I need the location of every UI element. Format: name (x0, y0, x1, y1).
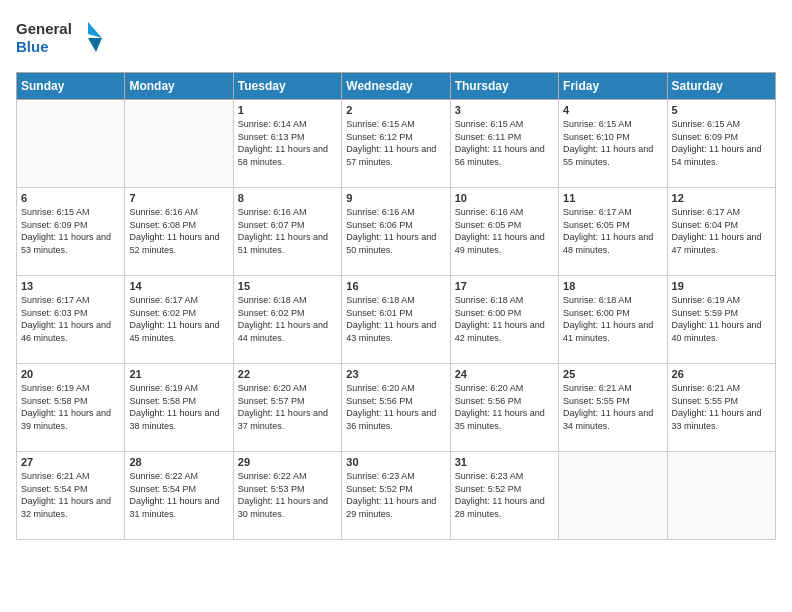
weekday-header-monday: Monday (125, 73, 233, 100)
calendar-cell: 16Sunrise: 6:18 AMSunset: 6:01 PMDayligh… (342, 276, 450, 364)
day-info: Sunrise: 6:20 AMSunset: 5:56 PMDaylight:… (455, 382, 554, 432)
calendar-cell (125, 100, 233, 188)
day-number: 25 (563, 368, 662, 380)
calendar-cell: 14Sunrise: 6:17 AMSunset: 6:02 PMDayligh… (125, 276, 233, 364)
calendar-cell: 30Sunrise: 6:23 AMSunset: 5:52 PMDayligh… (342, 452, 450, 540)
day-number: 6 (21, 192, 120, 204)
calendar-cell (667, 452, 775, 540)
day-info: Sunrise: 6:16 AMSunset: 6:06 PMDaylight:… (346, 206, 445, 256)
calendar-cell: 9Sunrise: 6:16 AMSunset: 6:06 PMDaylight… (342, 188, 450, 276)
day-number: 31 (455, 456, 554, 468)
day-number: 3 (455, 104, 554, 116)
day-info: Sunrise: 6:15 AMSunset: 6:11 PMDaylight:… (455, 118, 554, 168)
calendar-table: SundayMondayTuesdayWednesdayThursdayFrid… (16, 72, 776, 540)
day-info: Sunrise: 6:19 AMSunset: 5:58 PMDaylight:… (21, 382, 120, 432)
day-info: Sunrise: 6:19 AMSunset: 5:59 PMDaylight:… (672, 294, 771, 344)
svg-marker-3 (88, 38, 102, 52)
svg-marker-2 (88, 22, 102, 38)
day-info: Sunrise: 6:18 AMSunset: 6:00 PMDaylight:… (563, 294, 662, 344)
day-number: 5 (672, 104, 771, 116)
day-number: 20 (21, 368, 120, 380)
calendar-cell: 26Sunrise: 6:21 AMSunset: 5:55 PMDayligh… (667, 364, 775, 452)
day-number: 12 (672, 192, 771, 204)
calendar-week-2: 6Sunrise: 6:15 AMSunset: 6:09 PMDaylight… (17, 188, 776, 276)
calendar-cell: 25Sunrise: 6:21 AMSunset: 5:55 PMDayligh… (559, 364, 667, 452)
calendar-cell: 6Sunrise: 6:15 AMSunset: 6:09 PMDaylight… (17, 188, 125, 276)
svg-text:Blue: Blue (16, 38, 49, 55)
day-number: 24 (455, 368, 554, 380)
day-number: 17 (455, 280, 554, 292)
calendar-cell: 29Sunrise: 6:22 AMSunset: 5:53 PMDayligh… (233, 452, 341, 540)
weekday-header-tuesday: Tuesday (233, 73, 341, 100)
calendar-cell: 1Sunrise: 6:14 AMSunset: 6:13 PMDaylight… (233, 100, 341, 188)
calendar-cell: 27Sunrise: 6:21 AMSunset: 5:54 PMDayligh… (17, 452, 125, 540)
calendar-cell: 12Sunrise: 6:17 AMSunset: 6:04 PMDayligh… (667, 188, 775, 276)
day-info: Sunrise: 6:14 AMSunset: 6:13 PMDaylight:… (238, 118, 337, 168)
day-info: Sunrise: 6:18 AMSunset: 6:01 PMDaylight:… (346, 294, 445, 344)
calendar-cell: 13Sunrise: 6:17 AMSunset: 6:03 PMDayligh… (17, 276, 125, 364)
day-number: 23 (346, 368, 445, 380)
day-number: 15 (238, 280, 337, 292)
day-number: 26 (672, 368, 771, 380)
calendar-week-1: 1Sunrise: 6:14 AMSunset: 6:13 PMDaylight… (17, 100, 776, 188)
calendar-week-4: 20Sunrise: 6:19 AMSunset: 5:58 PMDayligh… (17, 364, 776, 452)
calendar-week-5: 27Sunrise: 6:21 AMSunset: 5:54 PMDayligh… (17, 452, 776, 540)
day-info: Sunrise: 6:16 AMSunset: 6:07 PMDaylight:… (238, 206, 337, 256)
day-number: 30 (346, 456, 445, 468)
day-info: Sunrise: 6:18 AMSunset: 6:00 PMDaylight:… (455, 294, 554, 344)
day-number: 4 (563, 104, 662, 116)
day-info: Sunrise: 6:17 AMSunset: 6:04 PMDaylight:… (672, 206, 771, 256)
day-number: 19 (672, 280, 771, 292)
calendar-week-3: 13Sunrise: 6:17 AMSunset: 6:03 PMDayligh… (17, 276, 776, 364)
day-number: 28 (129, 456, 228, 468)
day-info: Sunrise: 6:17 AMSunset: 6:05 PMDaylight:… (563, 206, 662, 256)
calendar-cell: 7Sunrise: 6:16 AMSunset: 6:08 PMDaylight… (125, 188, 233, 276)
calendar-cell: 23Sunrise: 6:20 AMSunset: 5:56 PMDayligh… (342, 364, 450, 452)
calendar-cell: 3Sunrise: 6:15 AMSunset: 6:11 PMDaylight… (450, 100, 558, 188)
calendar-cell: 2Sunrise: 6:15 AMSunset: 6:12 PMDaylight… (342, 100, 450, 188)
logo-svg: General Blue (16, 16, 106, 60)
day-info: Sunrise: 6:23 AMSunset: 5:52 PMDaylight:… (346, 470, 445, 520)
weekday-header-friday: Friday (559, 73, 667, 100)
day-number: 10 (455, 192, 554, 204)
day-info: Sunrise: 6:22 AMSunset: 5:54 PMDaylight:… (129, 470, 228, 520)
day-number: 2 (346, 104, 445, 116)
day-info: Sunrise: 6:16 AMSunset: 6:05 PMDaylight:… (455, 206, 554, 256)
weekday-header-wednesday: Wednesday (342, 73, 450, 100)
weekday-header-saturday: Saturday (667, 73, 775, 100)
calendar-cell: 19Sunrise: 6:19 AMSunset: 5:59 PMDayligh… (667, 276, 775, 364)
day-info: Sunrise: 6:17 AMSunset: 6:02 PMDaylight:… (129, 294, 228, 344)
svg-text:General: General (16, 20, 72, 37)
day-number: 9 (346, 192, 445, 204)
header: General Blue (16, 16, 776, 60)
day-number: 13 (21, 280, 120, 292)
day-info: Sunrise: 6:20 AMSunset: 5:56 PMDaylight:… (346, 382, 445, 432)
day-info: Sunrise: 6:15 AMSunset: 6:09 PMDaylight:… (672, 118, 771, 168)
day-number: 22 (238, 368, 337, 380)
day-info: Sunrise: 6:15 AMSunset: 6:10 PMDaylight:… (563, 118, 662, 168)
calendar-cell: 24Sunrise: 6:20 AMSunset: 5:56 PMDayligh… (450, 364, 558, 452)
day-info: Sunrise: 6:21 AMSunset: 5:54 PMDaylight:… (21, 470, 120, 520)
logo: General Blue (16, 16, 106, 60)
calendar-cell (17, 100, 125, 188)
day-info: Sunrise: 6:15 AMSunset: 6:12 PMDaylight:… (346, 118, 445, 168)
calendar-cell: 18Sunrise: 6:18 AMSunset: 6:00 PMDayligh… (559, 276, 667, 364)
day-number: 16 (346, 280, 445, 292)
calendar-cell: 10Sunrise: 6:16 AMSunset: 6:05 PMDayligh… (450, 188, 558, 276)
day-number: 7 (129, 192, 228, 204)
day-number: 1 (238, 104, 337, 116)
day-info: Sunrise: 6:18 AMSunset: 6:02 PMDaylight:… (238, 294, 337, 344)
day-number: 21 (129, 368, 228, 380)
day-number: 8 (238, 192, 337, 204)
day-info: Sunrise: 6:17 AMSunset: 6:03 PMDaylight:… (21, 294, 120, 344)
day-info: Sunrise: 6:16 AMSunset: 6:08 PMDaylight:… (129, 206, 228, 256)
day-info: Sunrise: 6:15 AMSunset: 6:09 PMDaylight:… (21, 206, 120, 256)
day-info: Sunrise: 6:20 AMSunset: 5:57 PMDaylight:… (238, 382, 337, 432)
calendar-cell: 11Sunrise: 6:17 AMSunset: 6:05 PMDayligh… (559, 188, 667, 276)
calendar-cell: 28Sunrise: 6:22 AMSunset: 5:54 PMDayligh… (125, 452, 233, 540)
calendar-cell: 15Sunrise: 6:18 AMSunset: 6:02 PMDayligh… (233, 276, 341, 364)
calendar-cell: 22Sunrise: 6:20 AMSunset: 5:57 PMDayligh… (233, 364, 341, 452)
day-info: Sunrise: 6:23 AMSunset: 5:52 PMDaylight:… (455, 470, 554, 520)
weekday-header-thursday: Thursday (450, 73, 558, 100)
day-number: 11 (563, 192, 662, 204)
